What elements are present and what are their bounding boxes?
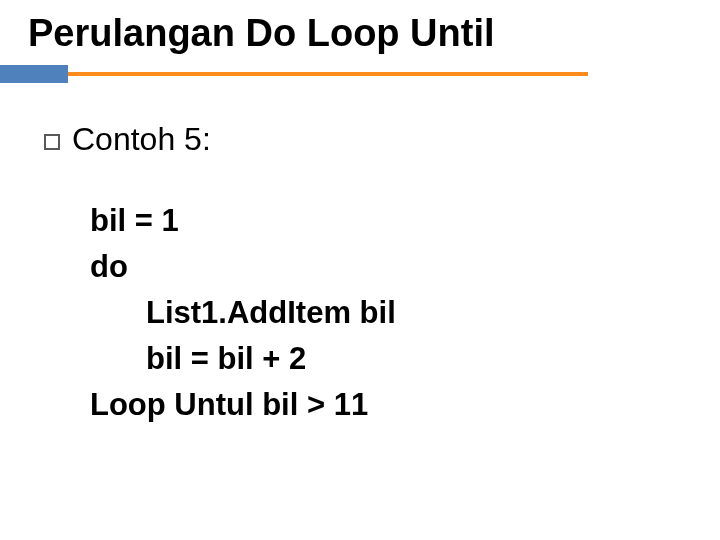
code-line-4: bil = bil + 2 bbox=[90, 336, 720, 382]
bullet-square-icon bbox=[44, 134, 60, 150]
subtitle-text: Contoh 5: bbox=[72, 121, 211, 158]
content-area: Contoh 5: bil = 1 do List1.AddItem bil b… bbox=[0, 83, 720, 427]
subtitle-row: Contoh 5: bbox=[44, 121, 720, 158]
code-block: bil = 1 do List1.AddItem bil bil = bil +… bbox=[44, 198, 720, 427]
code-line-5: Loop Untul bil > 11 bbox=[90, 382, 720, 428]
code-line-3: List1.AddItem bil bbox=[90, 290, 720, 336]
title-underline bbox=[0, 65, 720, 83]
orange-underline bbox=[0, 72, 588, 76]
slide-title: Perulangan Do Loop Until bbox=[0, 0, 720, 63]
code-line-2: do bbox=[90, 244, 720, 290]
code-line-1: bil = 1 bbox=[90, 198, 720, 244]
blue-accent-box bbox=[0, 65, 68, 83]
